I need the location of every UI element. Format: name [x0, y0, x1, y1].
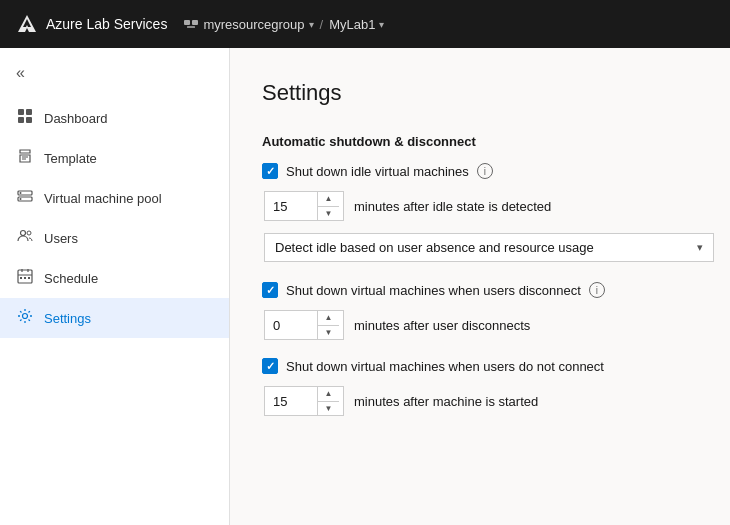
svg-rect-19: [28, 277, 30, 279]
breadcrumb: myresourcegroup ▾ / MyLab1 ▾: [183, 16, 384, 32]
topbar: Azure Lab Services myresourcegroup ▾ / M…: [0, 0, 730, 48]
disconnect-minutes-input-container: 0 ▲ ▼: [264, 310, 344, 340]
breadcrumb-separator: /: [320, 17, 324, 32]
logo-text: Azure Lab Services: [46, 16, 167, 32]
resource-group-icon: [183, 16, 199, 32]
svg-point-9: [20, 192, 22, 194]
no-connect-shutdown-checkbox[interactable]: [262, 358, 278, 374]
resource-group-arrow: ▾: [309, 19, 314, 30]
svg-point-10: [20, 198, 22, 200]
disconnect-minutes-row: 0 ▲ ▼ minutes after user disconnects: [264, 310, 698, 340]
idle-detect-dropdown[interactable]: Detect idle based on user absence and re…: [264, 233, 714, 262]
disconnect-minutes-down-button[interactable]: ▼: [318, 326, 339, 340]
sidebar-collapse-button[interactable]: «: [0, 56, 229, 90]
sidebar-item-schedule[interactable]: Schedule: [0, 258, 229, 298]
section-title: Automatic shutdown & disconnect: [262, 134, 698, 149]
idle-detect-dropdown-value: Detect idle based on user absence and re…: [275, 240, 594, 255]
sidebar-item-settings-label: Settings: [44, 311, 91, 326]
idle-minutes-down-button[interactable]: ▼: [318, 207, 339, 221]
no-connect-minutes-spinners: ▲ ▼: [317, 387, 339, 415]
lab-breadcrumb[interactable]: MyLab1 ▾: [329, 17, 384, 32]
idle-minutes-label: minutes after idle state is detected: [354, 199, 551, 214]
sidebar-item-schedule-label: Schedule: [44, 271, 98, 286]
lab-arrow: ▾: [379, 19, 384, 30]
idle-shutdown-group: Shut down idle virtual machines i 15 ▲ ▼…: [262, 163, 698, 262]
idle-minutes-up-button[interactable]: ▲: [318, 192, 339, 207]
svg-rect-1: [192, 20, 198, 25]
idle-minutes-input[interactable]: 15: [265, 192, 317, 220]
idle-shutdown-checkbox[interactable]: [262, 163, 278, 179]
disconnect-shutdown-group: Shut down virtual machines when users di…: [262, 282, 698, 340]
sidebar-item-settings[interactable]: Settings: [0, 298, 229, 338]
svg-rect-6: [26, 117, 32, 123]
logo: Azure Lab Services: [16, 13, 167, 35]
lab-name: MyLab1: [329, 17, 375, 32]
no-connect-shutdown-checkbox-row: Shut down virtual machines when users do…: [262, 358, 698, 374]
idle-minutes-input-container: 15 ▲ ▼: [264, 191, 344, 221]
idle-detect-dropdown-chevron-icon: ▾: [697, 241, 703, 254]
disconnect-shutdown-info-icon[interactable]: i: [589, 282, 605, 298]
sidebar-item-vm-pool-label: Virtual machine pool: [44, 191, 162, 206]
svg-rect-3: [18, 109, 24, 115]
no-connect-minutes-down-button[interactable]: ▼: [318, 402, 339, 416]
disconnect-shutdown-checkbox-row: Shut down virtual machines when users di…: [262, 282, 698, 298]
vm-pool-icon: [16, 188, 34, 208]
idle-minutes-spinners: ▲ ▼: [317, 192, 339, 220]
no-connect-minutes-label: minutes after machine is started: [354, 394, 538, 409]
sidebar-item-users[interactable]: Users: [0, 218, 229, 258]
svg-rect-13: [18, 270, 32, 283]
no-connect-shutdown-group: Shut down virtual machines when users do…: [262, 358, 698, 416]
content-area: Settings Automatic shutdown & disconnect…: [230, 48, 730, 525]
idle-shutdown-info-icon[interactable]: i: [477, 163, 493, 179]
dashboard-icon: [16, 108, 34, 128]
svg-point-20: [23, 314, 28, 319]
svg-rect-18: [24, 277, 26, 279]
idle-detect-dropdown-row: Detect idle based on user absence and re…: [264, 233, 698, 262]
idle-shutdown-checkbox-row: Shut down idle virtual machines i: [262, 163, 698, 179]
sidebar-item-template-label: Template: [44, 151, 97, 166]
no-connect-shutdown-label: Shut down virtual machines when users do…: [286, 359, 604, 374]
resource-group-breadcrumb[interactable]: myresourcegroup ▾: [183, 16, 313, 32]
svg-rect-4: [26, 109, 32, 115]
svg-rect-0: [184, 20, 190, 25]
idle-shutdown-label: Shut down idle virtual machines: [286, 164, 469, 179]
sidebar: « Dashboard Template: [0, 48, 230, 525]
users-icon: [16, 228, 34, 248]
disconnect-shutdown-checkbox[interactable]: [262, 282, 278, 298]
template-icon: [16, 148, 34, 168]
sidebar-item-vm-pool[interactable]: Virtual machine pool: [0, 178, 229, 218]
no-connect-minutes-up-button[interactable]: ▲: [318, 387, 339, 402]
no-connect-minutes-input-container: 15 ▲ ▼: [264, 386, 344, 416]
disconnect-minutes-input[interactable]: 0: [265, 311, 317, 339]
sidebar-item-template[interactable]: Template: [0, 138, 229, 178]
svg-rect-17: [20, 277, 22, 279]
svg-rect-2: [187, 26, 195, 28]
sidebar-item-dashboard-label: Dashboard: [44, 111, 108, 126]
no-connect-minutes-row: 15 ▲ ▼ minutes after machine is started: [264, 386, 698, 416]
sidebar-item-users-label: Users: [44, 231, 78, 246]
svg-point-11: [21, 231, 26, 236]
no-connect-minutes-input[interactable]: 15: [265, 387, 317, 415]
page-title: Settings: [262, 80, 698, 106]
sidebar-item-dashboard[interactable]: Dashboard: [0, 98, 229, 138]
disconnect-shutdown-label: Shut down virtual machines when users di…: [286, 283, 581, 298]
svg-rect-5: [18, 117, 24, 123]
resource-group-name: myresourcegroup: [203, 17, 304, 32]
settings-icon: [16, 308, 34, 328]
azure-logo-icon: [16, 13, 38, 35]
main-layout: « Dashboard Template: [0, 48, 730, 525]
disconnect-minutes-label: minutes after user disconnects: [354, 318, 530, 333]
svg-point-12: [27, 231, 31, 235]
schedule-icon: [16, 268, 34, 288]
disconnect-minutes-spinners: ▲ ▼: [317, 311, 339, 339]
disconnect-minutes-up-button[interactable]: ▲: [318, 311, 339, 326]
idle-minutes-row: 15 ▲ ▼ minutes after idle state is detec…: [264, 191, 698, 221]
collapse-icon: «: [16, 64, 25, 82]
